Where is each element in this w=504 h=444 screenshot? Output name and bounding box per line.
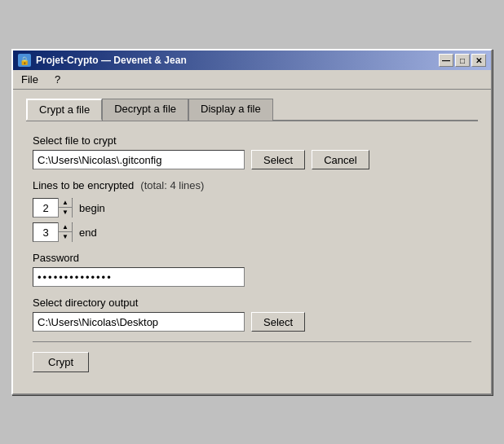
end-spinner: ▲ ▼ — [33, 222, 73, 242]
end-spinner-buttons: ▲ ▼ — [58, 222, 72, 242]
end-label: end — [79, 226, 97, 239]
end-up-button[interactable]: ▲ — [59, 222, 72, 232]
begin-label: begin — [79, 202, 105, 214]
titlebar-buttons: — □ ✕ — [439, 54, 486, 67]
select-file-row: Select Cancel — [33, 150, 471, 169]
begin-spinner-buttons: ▲ ▼ — [58, 198, 72, 218]
menu-file[interactable]: File — [16, 72, 43, 87]
crypt-panel: Select file to crypt Select Cancel Lines… — [26, 121, 478, 380]
lines-group: Lines to be encrypted (total: 4 lines) ▲… — [33, 179, 471, 242]
titlebar: 🔒 Projet-Crypto — Devenet & Jean — □ ✕ — [13, 51, 491, 70]
select-file-group: Select file to crypt Select Cancel — [33, 134, 471, 169]
end-row: ▲ ▼ end — [33, 222, 471, 242]
window-title: Projet-Crypto — Devenet & Jean — [36, 55, 187, 66]
window-icon: 🔒 — [18, 54, 31, 67]
select-file-label: Select file to crypt — [33, 134, 471, 147]
lines-label: Lines to be encrypted — [33, 179, 134, 191]
crypt-btn-row: Crypt — [33, 352, 471, 372]
file-path-input[interactable] — [33, 150, 245, 169]
titlebar-title: 🔒 Projet-Crypto — Devenet & Jean — [18, 54, 187, 67]
dir-path-input[interactable] — [33, 312, 245, 332]
main-window: 🔒 Projet-Crypto — Devenet & Jean — □ ✕ F… — [11, 49, 493, 395]
content-area: Crypt a file Decrypt a file Display a fi… — [13, 90, 491, 393]
crypt-button[interactable]: Crypt — [33, 352, 89, 372]
begin-spinner: ▲ ▼ — [33, 198, 73, 218]
end-down-button[interactable]: ▼ — [59, 232, 72, 242]
menubar: File ? — [13, 70, 491, 90]
lines-label-row: Lines to be encrypted (total: 4 lines) — [33, 179, 471, 191]
password-group: Password — [33, 252, 471, 287]
select-dir-label: Select directory output — [33, 297, 471, 309]
select-dir-row: Select — [33, 312, 471, 332]
select-dir-button[interactable]: Select — [251, 312, 305, 332]
cancel-button[interactable]: Cancel — [312, 150, 369, 169]
begin-up-button[interactable]: ▲ — [59, 198, 72, 208]
password-label: Password — [33, 252, 471, 264]
maximize-button[interactable]: □ — [455, 54, 470, 67]
tab-display[interactable]: Display a file — [188, 99, 273, 121]
select-file-button[interactable]: Select — [251, 150, 305, 169]
begin-row: ▲ ▼ begin — [33, 198, 471, 218]
password-input[interactable] — [33, 267, 245, 287]
tab-bar: Crypt a file Decrypt a file Display a fi… — [26, 98, 478, 121]
end-input[interactable] — [33, 223, 58, 241]
close-button[interactable]: ✕ — [471, 54, 486, 67]
divider — [33, 341, 471, 342]
begin-input[interactable] — [33, 199, 58, 217]
begin-down-button[interactable]: ▼ — [59, 208, 72, 218]
select-dir-group: Select directory output Select — [33, 297, 471, 332]
minimize-button[interactable]: — — [439, 54, 453, 67]
menu-help[interactable]: ? — [50, 72, 65, 87]
tab-crypt[interactable]: Crypt a file — [26, 99, 102, 121]
total-lines: (total: 4 lines) — [140, 179, 204, 191]
tab-decrypt[interactable]: Decrypt a file — [102, 99, 188, 121]
